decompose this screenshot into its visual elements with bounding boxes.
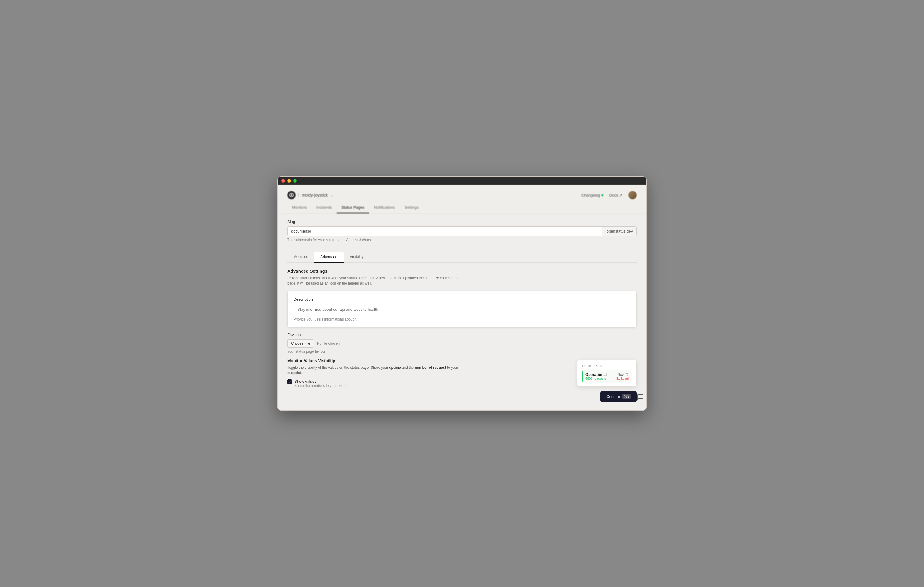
sub-tab-visibility[interactable]: Visibility	[344, 252, 370, 263]
slug-section: Slug .openstatus.dev The subdomain for y…	[287, 214, 637, 247]
slug-input[interactable]	[287, 226, 602, 236]
file-input-wrapper: Choose File No file chosen	[287, 339, 340, 348]
hover-state-card: ▷ Hover State Operational 5600 requests …	[577, 360, 637, 386]
requests-count: 5600 requests	[585, 377, 607, 380]
description-card: Description Provide your users informati…	[287, 291, 637, 328]
tab-monitors[interactable]: Monitors	[287, 203, 312, 213]
avatar[interactable]	[629, 191, 637, 199]
sub-tab-monitors[interactable]: Monitors	[287, 252, 314, 263]
breadcrumb-slash: /	[298, 192, 299, 198]
fullscreen-button[interactable]	[293, 179, 297, 183]
favicon-section: Favicon Choose File No file chosen Your …	[287, 332, 637, 354]
description-label: Description	[294, 297, 630, 301]
date-column: Nov 22 31 failed	[616, 373, 629, 380]
confirm-shortcut: ⌘S	[622, 394, 631, 399]
operational-row: Operational 5600 requests Nov 22 31 fail…	[582, 370, 632, 383]
failed-count: 31 failed	[616, 377, 629, 380]
nav-right: Changelog Docs ↗	[581, 191, 637, 199]
description-input[interactable]	[294, 304, 630, 314]
requests-bold: number of request	[415, 365, 446, 370]
online-indicator	[601, 194, 603, 196]
checkbox-label-group: Show values Share the numbers to your us…	[294, 379, 347, 388]
close-button[interactable]	[281, 179, 285, 183]
sub-tab-advanced[interactable]: Advanced	[314, 252, 344, 263]
description-hint: Provide your users informations about it…	[294, 317, 630, 321]
chat-icon[interactable]	[637, 393, 644, 402]
content-area: / moldy-joystick ⌄ Changelog Docs ↗	[278, 185, 646, 410]
no-file-label: No file chosen	[317, 341, 340, 345]
tab-status-pages[interactable]: Status Pages	[337, 203, 369, 213]
slug-suffix: .openstatus.dev	[602, 226, 637, 236]
minimize-button[interactable]	[287, 179, 291, 183]
confirm-label: Confirm	[606, 394, 620, 399]
sub-tabs: Monitors Advanced Visibility	[287, 252, 637, 263]
tab-notifications[interactable]: Notifications	[369, 203, 400, 213]
uptime-bold: uptime	[389, 365, 401, 370]
nav-top: / moldy-joystick ⌄ Changelog Docs ↗	[287, 189, 637, 203]
slug-input-row: .openstatus.dev	[287, 226, 637, 236]
checkbox-label: Show values	[294, 379, 347, 384]
logo-icon	[287, 191, 295, 199]
slug-hint: The subdomain for your status page. At l…	[287, 238, 637, 242]
project-name[interactable]: moldy-joystick	[302, 193, 328, 197]
main-nav-tabs: Monitors Incidents Status Pages Notifica…	[287, 203, 637, 213]
header: / moldy-joystick ⌄ Changelog Docs ↗	[278, 185, 646, 214]
favicon-label: Favicon	[287, 332, 637, 337]
show-values-checkbox[interactable]	[287, 380, 292, 384]
date-text: Nov 22	[616, 373, 629, 377]
advanced-description: Provide informations about what your sta…	[287, 275, 466, 286]
favicon-hint: Your status page favicon	[287, 349, 637, 354]
hover-state-label: ▷ Hover State	[582, 364, 632, 368]
chevron-down-icon[interactable]: ⌄	[330, 193, 333, 197]
changelog-link[interactable]: Changelog	[581, 193, 603, 197]
nav-brand: / moldy-joystick ⌄	[287, 191, 333, 199]
monitor-visibility-desc: Toggle the visibility of the values on t…	[287, 365, 466, 376]
advanced-title: Advanced Settings	[287, 268, 637, 274]
status-green-bar	[582, 370, 584, 383]
tab-settings[interactable]: Settings	[400, 203, 423, 213]
tab-incidents[interactable]: Incidents	[312, 203, 337, 213]
slug-label: Slug	[287, 219, 637, 224]
app-window: / moldy-joystick ⌄ Changelog Docs ↗	[277, 176, 647, 411]
title-bar	[278, 177, 646, 185]
docs-link[interactable]: Docs ↗	[609, 193, 622, 197]
operational-badge: Operational 5600 requests	[585, 372, 607, 380]
checkbox-hint: Share the numbers to your users.	[294, 384, 347, 388]
confirm-button[interactable]: Confirm ⌘S	[601, 391, 637, 402]
operational-status: Operational	[585, 372, 607, 377]
choose-file-button[interactable]: Choose File	[287, 339, 314, 348]
cursor-icon: ▷	[582, 364, 585, 368]
